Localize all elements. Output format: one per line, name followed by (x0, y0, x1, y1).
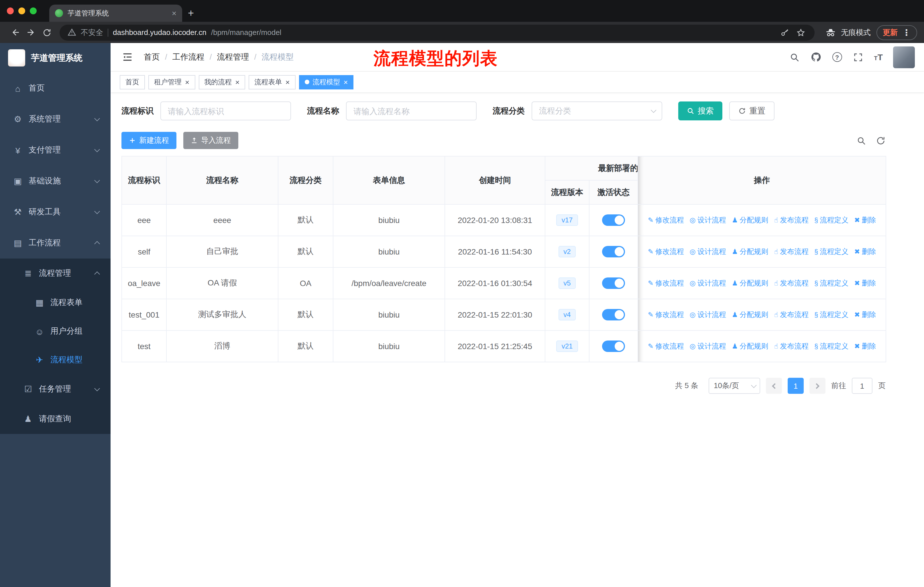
edit-process-link[interactable]: ✎修改流程 (648, 247, 684, 256)
publish-process-link[interactable]: ☝发布流程 (774, 310, 808, 319)
goto-page-input[interactable] (852, 378, 873, 394)
delete-link[interactable]: ✖删除 (854, 310, 876, 319)
publish-process-link[interactable]: ☝发布流程 (774, 247, 808, 256)
design-process-link[interactable]: ◎设计流程 (690, 247, 726, 256)
form-info-link[interactable]: biubiu (333, 299, 445, 331)
page-size-select[interactable]: 10条/页 (709, 378, 760, 394)
sidebar-item-process-management[interactable]: ≣ 流程管理 (0, 258, 111, 288)
form-info-link[interactable]: biubiu (333, 236, 445, 268)
sidebar-item-user-group[interactable]: ☺ 用户分组 (0, 317, 111, 346)
process-name-link[interactable]: 测试多审批人 (167, 299, 278, 331)
edit-process-link[interactable]: ✎修改流程 (648, 215, 684, 225)
browser-menu-kebab-icon[interactable]: ⋮ (902, 27, 911, 38)
page-1-button[interactable]: 1 (788, 378, 804, 394)
breadcrumb-item[interactable]: 工作流程 (160, 52, 205, 62)
toolbar-refresh-icon-button[interactable] (875, 135, 886, 146)
edit-process-link[interactable]: ✎修改流程 (648, 310, 684, 319)
tag-item[interactable]: 流程模型 × (299, 75, 354, 89)
import-process-button[interactable]: 导入流程 (183, 132, 238, 149)
assign-rule-link[interactable]: ♟分配规则 (732, 247, 769, 256)
sidebar-item-payment-management[interactable]: ¥ 支付管理 (0, 135, 111, 166)
update-chip[interactable]: 更新 ⋮ (876, 25, 917, 40)
status-toggle[interactable] (602, 341, 625, 352)
publish-process-link[interactable]: ☝发布流程 (774, 278, 808, 288)
process-definition-link[interactable]: §流程定义 (814, 247, 848, 256)
sidebar-item-dev-tools[interactable]: ⚒ 研发工具 (0, 197, 111, 228)
breadcrumb-item[interactable]: 流程模型 (249, 52, 294, 62)
prev-page-button[interactable] (766, 378, 782, 394)
tab-close-icon[interactable]: × (172, 9, 177, 17)
status-toggle[interactable] (602, 246, 625, 257)
design-process-link[interactable]: ◎设计流程 (690, 341, 726, 351)
delete-link[interactable]: ✖删除 (854, 278, 876, 288)
fullscreen-icon[interactable] (852, 51, 864, 63)
assign-rule-link[interactable]: ♟分配规则 (732, 341, 769, 351)
sidebar-item-leave-query[interactable]: ♟ 请假查询 (0, 404, 111, 434)
assign-rule-link[interactable]: ♟分配规则 (732, 215, 769, 225)
assign-rule-link[interactable]: ♟分配规则 (732, 278, 769, 288)
breadcrumb-item[interactable]: 首页 (144, 52, 160, 62)
toolbar-search-icon-button[interactable] (856, 135, 866, 146)
form-info-link[interactable]: biubiu (333, 204, 445, 236)
sidebar-item-workflow[interactable]: ▤ 工作流程 (0, 228, 111, 258)
design-process-link[interactable]: ◎设计流程 (690, 310, 726, 319)
status-toggle[interactable] (602, 214, 625, 226)
minimize-window-button[interactable] (18, 7, 25, 14)
publish-process-link[interactable]: ☝发布流程 (774, 341, 808, 351)
tag-item[interactable]: 首页 × (120, 75, 145, 89)
breadcrumb-item[interactable]: 流程管理 (205, 52, 249, 62)
tag-close-icon[interactable]: × (344, 78, 348, 86)
delete-link[interactable]: ✖删除 (854, 341, 876, 351)
process-definition-link[interactable]: §流程定义 (814, 278, 848, 288)
sidebar-logo[interactable]: 芋道管理系统 (0, 43, 111, 73)
status-toggle[interactable] (602, 278, 625, 289)
status-toggle[interactable] (602, 309, 625, 321)
tag-close-icon[interactable]: × (285, 78, 290, 86)
form-info-link[interactable]: biubiu (333, 331, 445, 362)
help-icon[interactable]: ? (832, 52, 842, 62)
create-process-button[interactable]: 新建流程 (121, 132, 177, 149)
edit-process-link[interactable]: ✎修改流程 (648, 278, 684, 288)
design-process-link[interactable]: ◎设计流程 (690, 278, 726, 288)
process-name-input[interactable] (346, 101, 477, 121)
form-info-link[interactable]: /bpm/oa/leave/create (333, 268, 445, 299)
delete-link[interactable]: ✖删除 (854, 215, 876, 225)
tag-item[interactable]: 我的流程 × (198, 75, 245, 89)
sidebar-item-infrastructure[interactable]: ▣ 基础设施 (0, 166, 111, 197)
search-icon[interactable] (789, 51, 800, 63)
browser-tab[interactable]: 芋道管理系统 × (49, 5, 182, 22)
github-icon[interactable] (810, 51, 822, 63)
sidebar-item-home[interactable]: ⌂ 首页 (0, 73, 111, 104)
process-name-link[interactable]: 自己审批 (167, 236, 278, 268)
bookmark-star-icon[interactable] (795, 26, 807, 38)
forward-button[interactable] (23, 24, 39, 40)
search-button[interactable]: 搜索 (678, 101, 723, 121)
category-select[interactable]: 流程分类 (531, 101, 662, 121)
user-avatar[interactable] (893, 46, 915, 68)
design-process-link[interactable]: ◎设计流程 (690, 215, 726, 225)
reload-button[interactable] (39, 24, 55, 40)
next-page-button[interactable] (809, 378, 825, 394)
delete-link[interactable]: ✖删除 (854, 247, 876, 256)
sidebar-item-process-form[interactable]: ▦ 流程表单 (0, 288, 111, 317)
publish-process-link[interactable]: ☝发布流程 (774, 215, 808, 225)
sidebar-fold-icon[interactable] (120, 50, 135, 64)
password-key-icon[interactable] (779, 26, 790, 38)
sidebar-item-system-management[interactable]: ⚙ 系统管理 (0, 104, 111, 135)
maximize-window-button[interactable] (30, 7, 37, 14)
process-name-link[interactable]: eeee (167, 204, 278, 236)
process-key-input[interactable] (160, 101, 291, 121)
process-definition-link[interactable]: §流程定义 (814, 341, 848, 351)
reset-button[interactable]: 重置 (729, 101, 774, 121)
assign-rule-link[interactable]: ♟分配规则 (732, 310, 769, 319)
tag-item[interactable]: 流程表单 × (249, 75, 295, 89)
edit-process-link[interactable]: ✎修改流程 (648, 341, 684, 351)
address-bar[interactable]: 不安全 dashboard.yudao.iocoder.cn/bpm/manag… (59, 24, 815, 40)
tag-close-icon[interactable]: × (185, 78, 189, 86)
tag-item[interactable]: 租户管理 × (148, 75, 195, 89)
process-definition-link[interactable]: §流程定义 (814, 215, 848, 225)
process-name-link[interactable]: OA 请假 (167, 268, 278, 299)
process-definition-link[interactable]: §流程定义 (814, 310, 848, 319)
font-size-icon[interactable]: TT (874, 53, 883, 61)
new-tab-button[interactable]: + (182, 5, 200, 22)
